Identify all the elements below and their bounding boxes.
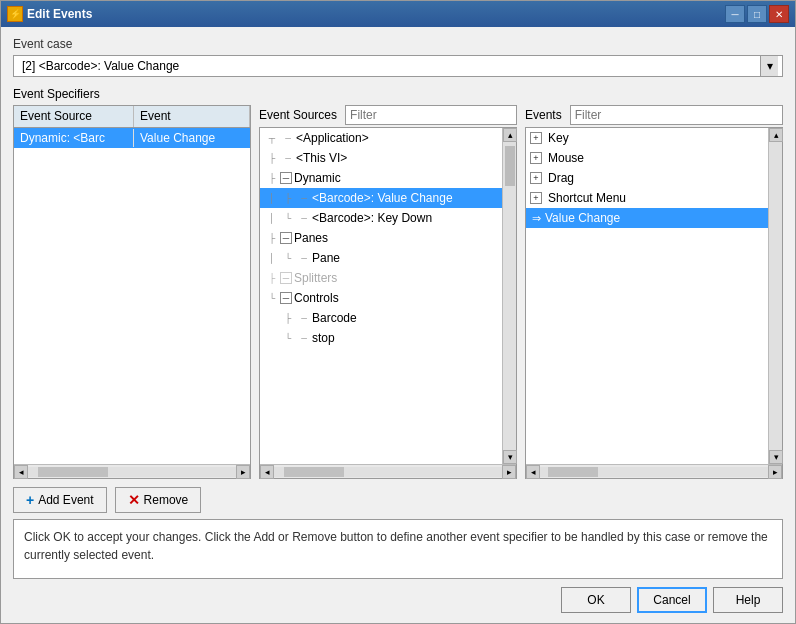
events-list: + Key + Mouse + Drag — [526, 128, 768, 464]
tree-connector: │ — [264, 250, 280, 266]
event-case-value: [2] <Barcode>: Value Change — [18, 59, 760, 73]
list-item[interactable]: └ ─ stop — [260, 328, 502, 348]
specifiers-body: Dynamic: <Barc Value Change — [14, 128, 250, 464]
vscroll-track — [503, 142, 516, 450]
event-case-select[interactable]: [2] <Barcode>: Value Change ▾ — [13, 55, 783, 77]
tree-connector: ─ — [296, 210, 312, 226]
list-item[interactable]: │ ├ ─ <Barcode>: Value Change — [260, 188, 502, 208]
hscroll-thumb[interactable] — [38, 467, 108, 477]
hscroll-thumb[interactable] — [284, 467, 344, 477]
tree-connector: └ — [264, 290, 280, 306]
hscroll-track — [28, 467, 236, 477]
vscroll-track — [769, 142, 782, 450]
event-sources-tree: ┬ ─ <Application> ├ ─ <This VI> — [260, 128, 502, 464]
hscroll-track — [274, 467, 502, 477]
event-case-dropdown-arrow[interactable]: ▾ — [760, 56, 778, 76]
tree-connector: ┬ — [264, 130, 280, 146]
tree-item-label: Pane — [312, 251, 340, 265]
expand-icon[interactable]: + — [530, 152, 542, 164]
hscroll-left-arrow[interactable]: ◂ — [526, 465, 540, 479]
window-content: Event case [2] <Barcode>: Value Change ▾… — [1, 27, 795, 623]
tree-item-label: Key — [548, 131, 569, 145]
list-item[interactable]: │ └ ─ <Barcode>: Key Down — [260, 208, 502, 228]
list-item[interactable]: + Mouse — [526, 148, 768, 168]
col-header-event: Event — [134, 106, 250, 127]
tree-connector: ├ — [264, 270, 280, 286]
tree-item-label: Panes — [294, 231, 328, 245]
list-item[interactable]: └ ─ Controls — [260, 288, 502, 308]
tree-item-label: stop — [312, 331, 335, 345]
list-item[interactable]: + Drag — [526, 168, 768, 188]
expand-icon[interactable]: ─ — [280, 272, 292, 284]
tree-item-label: Barcode — [312, 311, 357, 325]
hscroll-thumb[interactable] — [548, 467, 598, 477]
remove-button[interactable]: ✕ Remove — [115, 487, 202, 513]
expand-icon[interactable]: ─ — [280, 172, 292, 184]
expand-icon[interactable]: + — [530, 192, 542, 204]
list-item[interactable]: ├ ─ Barcode — [260, 308, 502, 328]
tree-item-label: <This VI> — [296, 151, 347, 165]
dialog-buttons-row: OK Cancel Help — [13, 579, 783, 613]
hscroll-right-arrow[interactable]: ▸ — [768, 465, 782, 479]
list-item[interactable]: ┬ ─ <Application> — [260, 128, 502, 148]
specifiers-hscrollbar: ◂ ▸ — [14, 464, 250, 478]
vscroll-down-arrow[interactable]: ▾ — [503, 450, 517, 464]
hscroll-left-arrow[interactable]: ◂ — [14, 465, 28, 479]
tree-connector: │ — [264, 190, 280, 206]
tree-item-label: Value Change — [545, 211, 620, 225]
events-label: Events — [525, 108, 562, 122]
tree-connector: ─ — [296, 190, 312, 206]
vscroll-down-arrow[interactable]: ▾ — [769, 450, 783, 464]
event-sources-filter[interactable] — [345, 105, 517, 125]
table-row[interactable]: Dynamic: <Barc Value Change — [14, 128, 250, 148]
tree-connector: ─ — [296, 310, 312, 326]
maximize-button[interactable]: □ — [747, 5, 767, 23]
tree-item-label: <Barcode>: Key Down — [312, 211, 432, 225]
vscroll-up-arrow[interactable]: ▴ — [503, 128, 517, 142]
cancel-button[interactable]: Cancel — [637, 587, 707, 613]
tree-connector: ─ — [296, 330, 312, 346]
tree-item-label: <Application> — [296, 131, 369, 145]
event-sources-header: Event Sources — [259, 105, 517, 125]
tree-connector: │ — [264, 210, 280, 226]
hscroll-right-arrow[interactable]: ▸ — [502, 465, 516, 479]
list-item[interactable]: ⇒ Value Change — [526, 208, 768, 228]
specifiers-table: Event Source Event Dynamic: <Barc Value … — [13, 105, 251, 479]
specifiers-header: Event Source Event — [14, 106, 250, 128]
tree-item-label: Drag — [548, 171, 574, 185]
hscroll-right-arrow[interactable]: ▸ — [236, 465, 250, 479]
tree-connector: ├ — [280, 190, 296, 206]
add-event-button[interactable]: + Add Event — [13, 487, 107, 513]
minimize-button[interactable]: ─ — [725, 5, 745, 23]
add-icon: + — [26, 492, 34, 508]
list-item[interactable]: ├ ─ Splitters — [260, 268, 502, 288]
list-item[interactable]: ├ ─ Dynamic — [260, 168, 502, 188]
event-sources-panel: Event Sources ┬ ─ <Application> — [259, 105, 517, 479]
tree-connector: ─ — [296, 250, 312, 266]
info-text: Click OK to accept your changes. Click t… — [24, 530, 768, 562]
events-hscrollbar: ◂ ▸ — [526, 464, 782, 478]
expand-icon[interactable]: ─ — [280, 232, 292, 244]
list-item[interactable]: ├ ─ <This VI> — [260, 148, 502, 168]
list-item[interactable]: + Shortcut Menu — [526, 188, 768, 208]
close-button[interactable]: ✕ — [769, 5, 789, 23]
add-event-label: Add Event — [38, 493, 93, 507]
list-item[interactable]: + Key — [526, 128, 768, 148]
event-case-row: [2] <Barcode>: Value Change ▾ — [13, 55, 783, 77]
tree-item-label: <Barcode>: Value Change — [312, 191, 453, 205]
title-bar-buttons: ─ □ ✕ — [725, 5, 789, 23]
ok-button[interactable]: OK — [561, 587, 631, 613]
hscroll-left-arrow[interactable]: ◂ — [260, 465, 274, 479]
expand-icon[interactable]: + — [530, 172, 542, 184]
expand-icon[interactable]: + — [530, 132, 542, 144]
vscroll-thumb[interactable] — [505, 146, 515, 186]
specifier-source-cell: Dynamic: <Barc — [14, 129, 134, 147]
list-item[interactable]: │ └ ─ Pane — [260, 248, 502, 268]
help-button[interactable]: Help — [713, 587, 783, 613]
vscroll-up-arrow[interactable]: ▴ — [769, 128, 783, 142]
list-item[interactable]: ├ ─ Panes — [260, 228, 502, 248]
value-change-arrow-icon: ⇒ — [532, 212, 541, 225]
expand-icon[interactable]: ─ — [280, 292, 292, 304]
events-filter[interactable] — [570, 105, 783, 125]
window-title: Edit Events — [27, 7, 725, 21]
